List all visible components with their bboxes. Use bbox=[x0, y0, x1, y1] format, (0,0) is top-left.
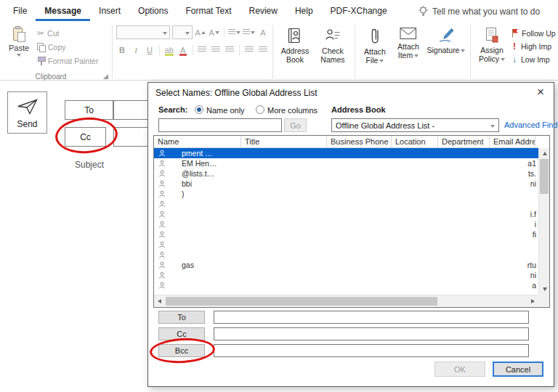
align-left-button[interactable] bbox=[196, 44, 208, 56]
column-header-email-address[interactable]: Email Address bbox=[490, 136, 535, 147]
list-item[interactable] bbox=[154, 250, 538, 260]
italic-button[interactable]: I bbox=[130, 44, 142, 56]
follow-up-button[interactable]: Follow Up bbox=[511, 28, 558, 38]
list-item[interactable]: i.f bbox=[154, 209, 538, 219]
send-button[interactable]: Send bbox=[7, 91, 47, 134]
search-input[interactable] bbox=[158, 118, 282, 132]
person-icon bbox=[154, 241, 170, 248]
radio-name-only[interactable] bbox=[195, 105, 203, 114]
decrease-indent-button[interactable] bbox=[243, 44, 255, 56]
bold-button[interactable]: B bbox=[116, 44, 128, 56]
font-color-button[interactable]: A bbox=[177, 44, 189, 56]
vertical-scroll-thumb[interactable] bbox=[540, 159, 549, 194]
scroll-right-icon[interactable] bbox=[527, 295, 538, 307]
radio-more-columns-label[interactable]: More columns bbox=[267, 106, 318, 115]
address-book-icon bbox=[286, 27, 304, 44]
numbered-list-icon bbox=[243, 29, 250, 36]
radio-more-columns[interactable] bbox=[256, 105, 264, 114]
list-item[interactable]: ni bbox=[154, 270, 538, 280]
low-importance-button[interactable]: ↓ Low Imp bbox=[511, 54, 558, 65]
address-book-select[interactable]: Offline Global Address List - bbox=[331, 118, 499, 132]
scroll-down-icon[interactable] bbox=[539, 284, 550, 295]
bullets-button[interactable] bbox=[228, 26, 240, 38]
bcc-field[interactable] bbox=[214, 344, 529, 357]
to-recipient-row: To bbox=[158, 311, 529, 324]
list-item[interactable]: gasrtu bbox=[154, 260, 538, 270]
format-painter-label: Format Painter bbox=[48, 57, 98, 65]
tab-file[interactable]: File bbox=[4, 0, 36, 21]
ribbon-tabs: FileMessageInsertOptionsFormat TextRevie… bbox=[4, 0, 396, 21]
tab-pdf-xchange[interactable]: PDF-XChange bbox=[322, 0, 396, 21]
horizontal-scroll-thumb[interactable] bbox=[166, 297, 437, 306]
horizontal-scrollbar[interactable] bbox=[154, 295, 538, 307]
to-field[interactable] bbox=[214, 311, 529, 324]
assign-policy-button[interactable]: Assign Policy bbox=[474, 24, 509, 71]
column-header-name[interactable]: Name bbox=[154, 136, 241, 147]
cut-button[interactable]: ✂ Cut bbox=[37, 28, 98, 38]
cancel-button[interactable]: Cancel bbox=[493, 362, 543, 377]
signature-button[interactable]: Signature bbox=[426, 24, 466, 71]
to-compose-field[interactable] bbox=[113, 100, 151, 120]
paste-button[interactable]: Paste bbox=[4, 24, 34, 71]
list-item[interactable]: bbini bbox=[154, 179, 538, 189]
list-item[interactable]: EM Hen…a1 bbox=[154, 158, 538, 168]
column-header-business-phone[interactable]: Business Phone bbox=[327, 136, 392, 147]
underline-button[interactable]: U bbox=[144, 44, 155, 56]
search-label: Search: bbox=[158, 105, 187, 114]
highlight-button[interactable]: ab bbox=[163, 44, 175, 56]
list-item[interactable]: ) bbox=[154, 189, 538, 199]
column-header-department[interactable]: Department bbox=[438, 136, 490, 147]
align-center-button[interactable] bbox=[210, 44, 222, 56]
list-item[interactable] bbox=[154, 199, 538, 209]
list-item[interactable]: i bbox=[154, 219, 538, 229]
column-header-location[interactable]: Location bbox=[392, 136, 438, 147]
cc-field[interactable] bbox=[214, 327, 529, 340]
copy-button[interactable]: Copy bbox=[37, 41, 98, 52]
column-header-title[interactable]: Title bbox=[241, 136, 327, 147]
vertical-scrollbar[interactable] bbox=[538, 148, 549, 295]
ok-button[interactable]: OK bbox=[434, 362, 485, 377]
clear-formatting-button[interactable]: A bbox=[257, 26, 269, 38]
list-item[interactable]: fi bbox=[154, 229, 538, 240]
to-button[interactable]: To bbox=[158, 311, 205, 324]
shrink-font-button[interactable]: A bbox=[209, 26, 220, 38]
numbering-button[interactable] bbox=[243, 26, 255, 38]
person-icon bbox=[154, 271, 170, 279]
tab-message[interactable]: Message bbox=[36, 0, 90, 21]
clipboard-dialog-launcher-icon[interactable] bbox=[103, 74, 108, 79]
list-item-name: EM Hen… bbox=[182, 159, 251, 168]
check-names-label: Check Names bbox=[315, 46, 351, 64]
close-icon[interactable]: × bbox=[532, 84, 549, 100]
align-right-button[interactable] bbox=[224, 44, 235, 56]
tell-me[interactable]: Tell me what you want to do bbox=[418, 6, 540, 17]
list-item[interactable]: a bbox=[154, 280, 538, 290]
check-names-button[interactable]: Check Names bbox=[315, 24, 351, 71]
font-size-select[interactable] bbox=[172, 25, 192, 39]
cc-compose-field[interactable] bbox=[113, 127, 151, 147]
attach-item-button[interactable]: Attach Item bbox=[392, 24, 424, 71]
list-item[interactable]: @lists.t…ts. bbox=[154, 168, 538, 179]
address-book-button[interactable]: Address Book bbox=[277, 24, 313, 71]
high-importance-button[interactable]: ! High Imp bbox=[511, 41, 558, 52]
signature-label: Signature bbox=[427, 46, 466, 54]
grow-font-button[interactable]: A bbox=[195, 26, 206, 38]
list-item[interactable]: pment … bbox=[154, 148, 538, 158]
tab-insert[interactable]: Insert bbox=[90, 0, 129, 21]
tab-review[interactable]: Review bbox=[240, 0, 286, 21]
envelope-icon bbox=[400, 27, 417, 40]
scroll-up-icon[interactable] bbox=[539, 148, 550, 159]
radio-name-only-label[interactable]: Name only bbox=[206, 106, 245, 115]
increase-indent-button[interactable] bbox=[257, 44, 269, 56]
person-icon bbox=[154, 170, 170, 177]
tab-help[interactable]: Help bbox=[286, 0, 322, 21]
format-painter-button[interactable]: Format Painter bbox=[37, 55, 98, 66]
list-item[interactable] bbox=[154, 240, 538, 250]
scroll-left-icon[interactable] bbox=[154, 295, 165, 307]
attach-file-button[interactable]: Attach File bbox=[359, 24, 391, 71]
advanced-find-link[interactable]: Advanced Find bbox=[504, 121, 557, 129]
tab-format-text[interactable]: Format Text bbox=[177, 0, 240, 21]
list-item-email: fi bbox=[533, 230, 538, 239]
tab-options[interactable]: Options bbox=[129, 0, 177, 21]
go-button[interactable]: Go bbox=[284, 118, 307, 132]
font-family-select[interactable] bbox=[116, 25, 170, 39]
